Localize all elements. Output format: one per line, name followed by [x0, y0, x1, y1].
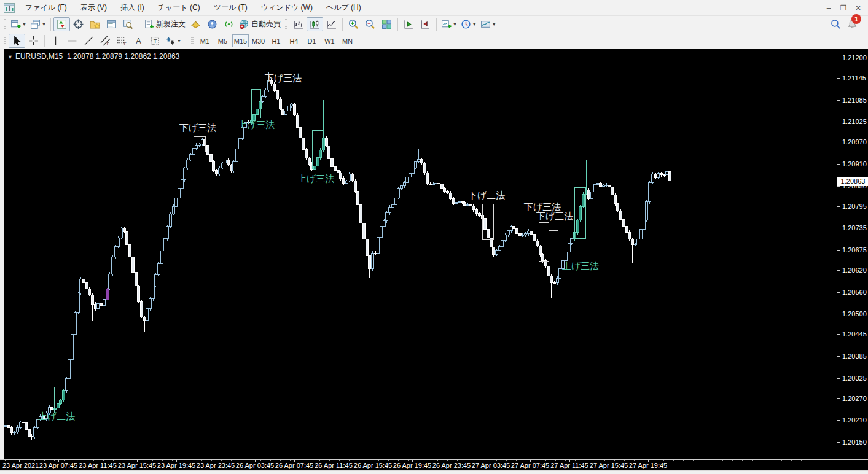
- time-minor-tick: [575, 460, 576, 461]
- time-minor-tick: [791, 460, 792, 461]
- timeframe-button-h4[interactable]: H4: [286, 34, 302, 47]
- price-axis-label: 1.20910: [842, 160, 867, 168]
- timeframe-button-mn[interactable]: MN: [339, 34, 356, 47]
- strategy-tester-icon: [123, 19, 133, 29]
- market-watch-button[interactable]: [53, 17, 70, 31]
- price-tick: [837, 78, 840, 79]
- templates-button[interactable]: ▼: [479, 17, 498, 31]
- vertical-line-tool-button[interactable]: [47, 34, 64, 48]
- time-minor-tick: [152, 460, 153, 461]
- time-minor-tick: [683, 460, 684, 461]
- zoom-in-button[interactable]: [345, 17, 362, 31]
- menu-item-1[interactable]: 表示 (V): [74, 0, 114, 16]
- time-axis-label: 23 Apr 11:45: [79, 462, 117, 469]
- auto-scroll-button[interactable]: [401, 17, 417, 31]
- menu-item-6[interactable]: ヘルプ (H): [319, 0, 368, 16]
- time-minor-tick: [398, 460, 399, 461]
- timeframe-button-h1[interactable]: H1: [268, 34, 284, 47]
- data-window-button[interactable]: [70, 17, 87, 31]
- new-chart-icon: [10, 19, 21, 29]
- time-minor-tick: [604, 460, 605, 461]
- text-tool-button[interactable]: A: [130, 34, 147, 48]
- text-label-tool-button[interactable]: T: [147, 34, 163, 48]
- toolbar-separator: [186, 35, 186, 47]
- signals-button[interactable]: [221, 17, 237, 31]
- auto-trading-button[interactable]: 自動売買: [237, 17, 283, 31]
- price-axis-label: 1.20445: [842, 330, 867, 338]
- community-button[interactable]: [204, 17, 221, 31]
- new-order-icon: [144, 19, 154, 29]
- menu-item-3[interactable]: チャート (C): [151, 0, 207, 16]
- time-minor-tick: [64, 460, 65, 461]
- chart-shift-button[interactable]: [417, 17, 434, 31]
- trendline-tool-button[interactable]: [80, 34, 97, 48]
- horizontal-line-tool-button[interactable]: [64, 34, 80, 48]
- vertical-line-icon: [50, 36, 61, 46]
- time-axis[interactable]: 23 Apr 202123 Apr 07:4523 Apr 11:4523 Ap…: [0, 459, 868, 470]
- time-minor-tick: [693, 460, 694, 461]
- pattern-annotation: 下げ三法: [468, 190, 505, 200]
- toolbar-grip[interactable]: [4, 19, 6, 30]
- time-axis-label: 23 Apr 07:45: [39, 462, 77, 469]
- price-tick: [837, 228, 840, 228]
- notification-area: 1: [827, 17, 867, 31]
- profiles-button[interactable]: ▼: [28, 17, 48, 31]
- timeframe-button-d1[interactable]: D1: [303, 34, 320, 47]
- menu-item-4[interactable]: ツール (T): [207, 0, 254, 16]
- restore-button[interactable]: ❐: [836, 2, 851, 14]
- periods-button[interactable]: ▼: [459, 17, 479, 31]
- price-tick: [837, 442, 840, 443]
- menu-item-0[interactable]: ファイル (F): [18, 0, 74, 16]
- menu-bar: ファイル (F)表示 (V)挿入 (I)チャート (C)ツール (T)ウィンドウ…: [0, 0, 868, 16]
- indicators-button[interactable]: ▼: [439, 17, 459, 31]
- timeframe-button-w1[interactable]: W1: [321, 34, 338, 47]
- time-minor-tick: [54, 460, 55, 461]
- time-minor-tick: [300, 460, 300, 461]
- new-order-label: 新規注文: [156, 19, 186, 29]
- arrows-tool-button[interactable]: ▼: [163, 34, 183, 48]
- bar-chart-button[interactable]: [290, 17, 307, 31]
- toolbar-grip[interactable]: [285, 19, 287, 30]
- timeframe-button-m5[interactable]: M5: [214, 34, 231, 47]
- new-order-button[interactable]: 新規注文: [142, 17, 187, 31]
- candlestick-chart-button[interactable]: [307, 17, 323, 31]
- search-button[interactable]: [827, 17, 844, 31]
- channel-tool-button[interactable]: E: [97, 34, 114, 48]
- time-minor-tick: [624, 460, 625, 461]
- timeframe-button-m15[interactable]: M15: [232, 34, 249, 47]
- terminal-icon: [106, 19, 117, 29]
- navigator-button[interactable]: [87, 17, 103, 31]
- terminal-button[interactable]: [103, 17, 120, 31]
- line-chart-button[interactable]: [323, 17, 340, 31]
- time-minor-tick: [251, 460, 251, 461]
- close-button[interactable]: ✕: [851, 2, 866, 14]
- price-axis-label: 1.20620: [842, 266, 867, 274]
- minimize-button[interactable]: –: [821, 2, 836, 14]
- fibonacci-tool-button[interactable]: F: [114, 34, 130, 48]
- menu-item-5[interactable]: ウィンドウ (W): [254, 0, 319, 16]
- new-chart-button[interactable]: ▼: [9, 17, 28, 31]
- fibonacci-icon: F: [117, 36, 127, 46]
- price-axis[interactable]: 1.212001.211451.210851.210251.209701.209…: [837, 49, 868, 459]
- data-window-icon: [73, 19, 84, 29]
- time-axis-label: 26 Apr 03:45: [236, 462, 274, 469]
- crosshair-tool-button[interactable]: [25, 34, 42, 48]
- toolbar-grip[interactable]: [191, 36, 194, 47]
- strategy-tester-button[interactable]: [120, 17, 136, 31]
- chart-ohlc-values: 1.20878 1.20879 1.20862 1.20863: [67, 52, 180, 61]
- chart-menu-triangle-icon[interactable]: ▼: [7, 54, 13, 60]
- notifications-button[interactable]: 1: [844, 17, 861, 31]
- window-bottom-edge: [0, 470, 868, 474]
- time-axis-label: 26 Apr 11:45: [315, 462, 353, 469]
- timeframe-button-m1[interactable]: M1: [197, 34, 213, 47]
- cursor-tool-button[interactable]: [9, 34, 25, 48]
- chart-canvas[interactable]: 下げ三法下げ三法上げ三法上げ三法下げ三法下げ三法下げ三法上げ三法上げ三法 ▼EU…: [4, 49, 837, 459]
- menu-item-2[interactable]: 挿入 (I): [114, 0, 151, 16]
- timeframe-button-m30[interactable]: M30: [250, 34, 267, 47]
- price-tick: [837, 378, 840, 379]
- tile-windows-button[interactable]: [378, 17, 395, 31]
- toolbar-grip[interactable]: [4, 36, 6, 47]
- zoom-out-button[interactable]: [362, 17, 378, 31]
- metaeditor-button[interactable]: [187, 17, 204, 31]
- time-minor-tick: [369, 460, 369, 461]
